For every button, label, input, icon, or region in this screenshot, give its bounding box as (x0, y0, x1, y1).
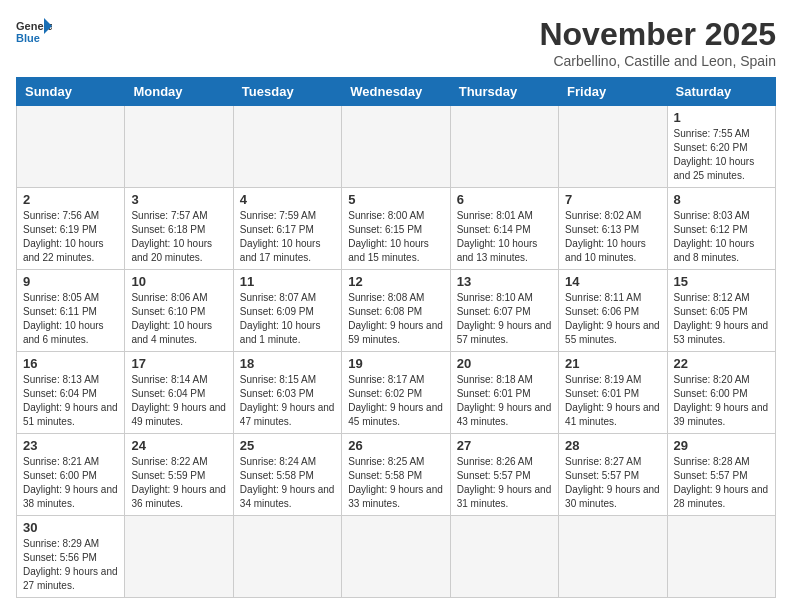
calendar-cell: 25Sunrise: 8:24 AM Sunset: 5:58 PM Dayli… (233, 434, 341, 516)
day-number: 16 (23, 356, 118, 371)
day-info: Sunrise: 8:25 AM Sunset: 5:58 PM Dayligh… (348, 455, 443, 511)
calendar-cell: 14Sunrise: 8:11 AM Sunset: 6:06 PM Dayli… (559, 270, 667, 352)
calendar-week-row: 2Sunrise: 7:56 AM Sunset: 6:19 PM Daylig… (17, 188, 776, 270)
day-info: Sunrise: 8:20 AM Sunset: 6:00 PM Dayligh… (674, 373, 769, 429)
calendar-cell: 28Sunrise: 8:27 AM Sunset: 5:57 PM Dayli… (559, 434, 667, 516)
col-header-saturday: Saturday (667, 78, 775, 106)
col-header-monday: Monday (125, 78, 233, 106)
day-info: Sunrise: 8:18 AM Sunset: 6:01 PM Dayligh… (457, 373, 552, 429)
calendar-cell: 3Sunrise: 7:57 AM Sunset: 6:18 PM Daylig… (125, 188, 233, 270)
calendar-cell: 21Sunrise: 8:19 AM Sunset: 6:01 PM Dayli… (559, 352, 667, 434)
day-number: 20 (457, 356, 552, 371)
day-number: 6 (457, 192, 552, 207)
day-number: 10 (131, 274, 226, 289)
day-number: 5 (348, 192, 443, 207)
calendar-cell: 19Sunrise: 8:17 AM Sunset: 6:02 PM Dayli… (342, 352, 450, 434)
day-number: 9 (23, 274, 118, 289)
header: General Blue November 2025 Carbellino, C… (16, 16, 776, 69)
day-info: Sunrise: 8:28 AM Sunset: 5:57 PM Dayligh… (674, 455, 769, 511)
day-number: 13 (457, 274, 552, 289)
day-info: Sunrise: 7:59 AM Sunset: 6:17 PM Dayligh… (240, 209, 335, 265)
calendar-cell: 29Sunrise: 8:28 AM Sunset: 5:57 PM Dayli… (667, 434, 775, 516)
calendar-cell: 12Sunrise: 8:08 AM Sunset: 6:08 PM Dayli… (342, 270, 450, 352)
day-info: Sunrise: 7:55 AM Sunset: 6:20 PM Dayligh… (674, 127, 769, 183)
day-number: 22 (674, 356, 769, 371)
day-info: Sunrise: 8:02 AM Sunset: 6:13 PM Dayligh… (565, 209, 660, 265)
day-number: 4 (240, 192, 335, 207)
calendar-cell: 1Sunrise: 7:55 AM Sunset: 6:20 PM Daylig… (667, 106, 775, 188)
day-number: 14 (565, 274, 660, 289)
day-info: Sunrise: 8:01 AM Sunset: 6:14 PM Dayligh… (457, 209, 552, 265)
day-number: 3 (131, 192, 226, 207)
calendar-cell: 26Sunrise: 8:25 AM Sunset: 5:58 PM Dayli… (342, 434, 450, 516)
day-info: Sunrise: 8:07 AM Sunset: 6:09 PM Dayligh… (240, 291, 335, 347)
day-info: Sunrise: 8:17 AM Sunset: 6:02 PM Dayligh… (348, 373, 443, 429)
calendar-cell: 4Sunrise: 7:59 AM Sunset: 6:17 PM Daylig… (233, 188, 341, 270)
calendar-cell: 2Sunrise: 7:56 AM Sunset: 6:19 PM Daylig… (17, 188, 125, 270)
calendar-cell (17, 106, 125, 188)
calendar-cell (450, 516, 558, 598)
calendar-cell: 11Sunrise: 8:07 AM Sunset: 6:09 PM Dayli… (233, 270, 341, 352)
day-info: Sunrise: 8:13 AM Sunset: 6:04 PM Dayligh… (23, 373, 118, 429)
col-header-sunday: Sunday (17, 78, 125, 106)
day-info: Sunrise: 8:08 AM Sunset: 6:08 PM Dayligh… (348, 291, 443, 347)
day-number: 21 (565, 356, 660, 371)
calendar-cell: 27Sunrise: 8:26 AM Sunset: 5:57 PM Dayli… (450, 434, 558, 516)
calendar-cell (559, 106, 667, 188)
calendar-week-row: 1Sunrise: 7:55 AM Sunset: 6:20 PM Daylig… (17, 106, 776, 188)
day-info: Sunrise: 8:05 AM Sunset: 6:11 PM Dayligh… (23, 291, 118, 347)
day-info: Sunrise: 8:15 AM Sunset: 6:03 PM Dayligh… (240, 373, 335, 429)
day-info: Sunrise: 8:12 AM Sunset: 6:05 PM Dayligh… (674, 291, 769, 347)
calendar-cell (233, 106, 341, 188)
day-info: Sunrise: 8:27 AM Sunset: 5:57 PM Dayligh… (565, 455, 660, 511)
month-title: November 2025 (539, 16, 776, 53)
calendar-header-row: SundayMondayTuesdayWednesdayThursdayFrid… (17, 78, 776, 106)
day-info: Sunrise: 8:29 AM Sunset: 5:56 PM Dayligh… (23, 537, 118, 593)
calendar-cell: 5Sunrise: 8:00 AM Sunset: 6:15 PM Daylig… (342, 188, 450, 270)
day-number: 19 (348, 356, 443, 371)
generalblue-logo-icon: General Blue (16, 16, 52, 46)
day-info: Sunrise: 8:06 AM Sunset: 6:10 PM Dayligh… (131, 291, 226, 347)
day-info: Sunrise: 8:21 AM Sunset: 6:00 PM Dayligh… (23, 455, 118, 511)
day-number: 26 (348, 438, 443, 453)
day-info: Sunrise: 8:10 AM Sunset: 6:07 PM Dayligh… (457, 291, 552, 347)
calendar-cell: 22Sunrise: 8:20 AM Sunset: 6:00 PM Dayli… (667, 352, 775, 434)
calendar-cell: 16Sunrise: 8:13 AM Sunset: 6:04 PM Dayli… (17, 352, 125, 434)
calendar-week-row: 23Sunrise: 8:21 AM Sunset: 6:00 PM Dayli… (17, 434, 776, 516)
day-number: 8 (674, 192, 769, 207)
calendar-cell (233, 516, 341, 598)
title-area: November 2025 Carbellino, Castille and L… (539, 16, 776, 69)
day-info: Sunrise: 8:14 AM Sunset: 6:04 PM Dayligh… (131, 373, 226, 429)
day-number: 27 (457, 438, 552, 453)
day-info: Sunrise: 8:03 AM Sunset: 6:12 PM Dayligh… (674, 209, 769, 265)
day-number: 11 (240, 274, 335, 289)
calendar-cell (125, 106, 233, 188)
calendar-cell: 7Sunrise: 8:02 AM Sunset: 6:13 PM Daylig… (559, 188, 667, 270)
day-number: 23 (23, 438, 118, 453)
calendar-cell: 9Sunrise: 8:05 AM Sunset: 6:11 PM Daylig… (17, 270, 125, 352)
calendar-table: SundayMondayTuesdayWednesdayThursdayFrid… (16, 77, 776, 598)
calendar-cell (667, 516, 775, 598)
svg-text:Blue: Blue (16, 32, 40, 44)
calendar-cell: 15Sunrise: 8:12 AM Sunset: 6:05 PM Dayli… (667, 270, 775, 352)
day-number: 18 (240, 356, 335, 371)
col-header-tuesday: Tuesday (233, 78, 341, 106)
calendar-cell: 20Sunrise: 8:18 AM Sunset: 6:01 PM Dayli… (450, 352, 558, 434)
logo: General Blue (16, 16, 52, 46)
day-info: Sunrise: 8:19 AM Sunset: 6:01 PM Dayligh… (565, 373, 660, 429)
calendar-cell: 23Sunrise: 8:21 AM Sunset: 6:00 PM Dayli… (17, 434, 125, 516)
calendar-cell: 17Sunrise: 8:14 AM Sunset: 6:04 PM Dayli… (125, 352, 233, 434)
day-number: 17 (131, 356, 226, 371)
day-number: 28 (565, 438, 660, 453)
calendar-cell (125, 516, 233, 598)
calendar-cell (342, 516, 450, 598)
day-info: Sunrise: 7:57 AM Sunset: 6:18 PM Dayligh… (131, 209, 226, 265)
calendar-cell (342, 106, 450, 188)
day-number: 30 (23, 520, 118, 535)
location-subtitle: Carbellino, Castille and Leon, Spain (539, 53, 776, 69)
calendar-cell (559, 516, 667, 598)
calendar-cell: 30Sunrise: 8:29 AM Sunset: 5:56 PM Dayli… (17, 516, 125, 598)
col-header-friday: Friday (559, 78, 667, 106)
day-info: Sunrise: 8:24 AM Sunset: 5:58 PM Dayligh… (240, 455, 335, 511)
day-info: Sunrise: 7:56 AM Sunset: 6:19 PM Dayligh… (23, 209, 118, 265)
